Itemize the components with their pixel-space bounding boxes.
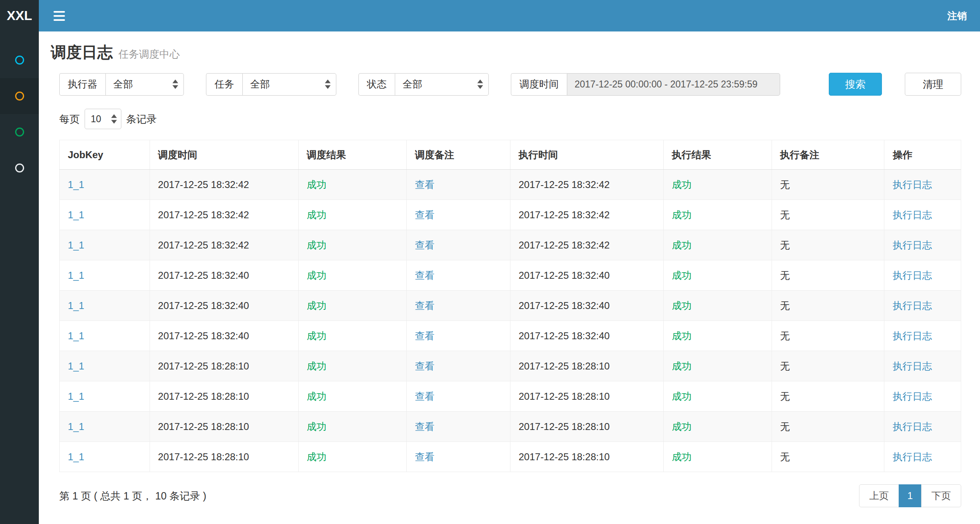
jobkey-link[interactable]: 1_1 — [68, 330, 84, 341]
clear-button[interactable]: 清理 — [905, 73, 961, 96]
trigger-msg-link[interactable]: 查看 — [415, 361, 434, 372]
page-size-value: 10 — [91, 114, 101, 125]
circle-icon — [15, 163, 24, 172]
page-size-prefix: 每页 — [59, 112, 80, 126]
trigger-result-cell: 成功 — [307, 361, 327, 372]
pagination-summary: 第 1 页 ( 总共 1 页， 10 条记录 ) — [59, 489, 206, 503]
app-logo[interactable]: XXL — [0, 0, 39, 31]
exec-log-link[interactable]: 执行日志 — [893, 451, 932, 462]
handle-time-cell: 2017-12-25 18:28:10 — [519, 451, 610, 462]
job-filter-select[interactable]: 全部 — [242, 73, 336, 96]
handle-time-cell: 2017-12-25 18:28:10 — [519, 421, 610, 432]
page-header: 调度日志任务调度中心 — [39, 31, 980, 73]
trigger-msg-link[interactable]: 查看 — [415, 179, 434, 190]
exec-log-link[interactable]: 执行日志 — [893, 330, 932, 341]
sidebar-item-3[interactable] — [0, 114, 39, 150]
column-header-4: 执行时间 — [510, 140, 663, 170]
table-footer: 第 1 页 ( 总共 1 页， 10 条记录 ) 上页 1 下页 — [59, 484, 961, 507]
search-button[interactable]: 搜索 — [829, 73, 882, 96]
exec-log-link[interactable]: 执行日志 — [893, 209, 932, 220]
handle-time-cell: 2017-12-25 18:32:42 — [519, 240, 610, 251]
status-filter: 状态 全部 — [358, 73, 489, 96]
trigger-msg-link[interactable]: 查看 — [415, 240, 434, 251]
jobkey-link[interactable]: 1_1 — [68, 240, 84, 251]
handle-result-cell: 成功 — [672, 179, 691, 190]
select-arrows-icon — [477, 80, 483, 89]
trigger-msg-link[interactable]: 查看 — [415, 330, 434, 341]
jobkey-link[interactable]: 1_1 — [68, 300, 84, 311]
navbar-content: 注销 — [39, 0, 980, 31]
handle-time-cell: 2017-12-25 18:32:42 — [519, 179, 610, 190]
exec-log-link[interactable]: 执行日志 — [893, 300, 932, 311]
page-subtitle: 任务调度中心 — [119, 48, 180, 60]
trigger-msg-link[interactable]: 查看 — [415, 421, 434, 432]
trigger-msg-link[interactable]: 查看 — [415, 391, 434, 402]
handle-msg-cell: 无 — [780, 330, 790, 341]
handle-time-cell: 2017-12-25 18:32:40 — [519, 270, 610, 281]
handle-result-cell: 成功 — [672, 361, 691, 372]
handle-result-cell: 成功 — [672, 240, 691, 251]
exec-log-link[interactable]: 执行日志 — [893, 179, 932, 190]
pagination-page-1-button[interactable]: 1 — [899, 484, 922, 507]
trigger-msg-link[interactable]: 查看 — [415, 451, 434, 462]
sidebar-toggle-icon[interactable] — [47, 0, 72, 31]
column-header-7: 操作 — [884, 140, 961, 170]
jobkey-link[interactable]: 1_1 — [68, 451, 84, 462]
trigger-time-cell: 2017-12-25 18:32:42 — [158, 179, 249, 190]
column-header-6: 执行备注 — [772, 140, 884, 170]
handle-time-cell: 2017-12-25 18:32:40 — [519, 330, 610, 341]
table-row: 1_1 2017-12-25 18:32:40 成功 查看 2017-12-25… — [60, 260, 961, 291]
trigger-result-cell: 成功 — [307, 270, 327, 281]
table-row: 1_1 2017-12-25 18:32:42 成功 查看 2017-12-25… — [60, 230, 961, 260]
sidebar-item-1[interactable] — [0, 42, 39, 78]
table-row: 1_1 2017-12-25 18:32:42 成功 查看 2017-12-25… — [60, 170, 961, 200]
trigger-time-cell: 2017-12-25 18:32:40 — [158, 300, 249, 311]
handle-result-cell: 成功 — [672, 421, 691, 432]
column-header-2: 调度结果 — [298, 140, 407, 170]
trigger-result-cell: 成功 — [307, 209, 327, 220]
logout-link[interactable]: 注销 — [947, 9, 967, 22]
jobkey-link[interactable]: 1_1 — [68, 391, 84, 402]
exec-log-link[interactable]: 执行日志 — [893, 361, 932, 372]
sidebar-item-4[interactable] — [0, 150, 39, 186]
exec-log-link[interactable]: 执行日志 — [893, 240, 932, 251]
trigger-time-filter: 调度时间 — [511, 73, 780, 96]
handle-result-cell: 成功 — [672, 270, 691, 281]
jobkey-link[interactable]: 1_1 — [68, 270, 84, 281]
table-header-row: JobKey调度时间调度结果调度备注执行时间执行结果执行备注操作 — [60, 140, 961, 170]
trigger-result-cell: 成功 — [307, 451, 327, 462]
table-row: 1_1 2017-12-25 18:28:10 成功 查看 2017-12-25… — [60, 351, 961, 381]
page-size-select[interactable]: 10 — [85, 109, 121, 129]
sidebar-item-2[interactable] — [0, 78, 39, 114]
trigger-time-range-input[interactable] — [567, 73, 780, 96]
pagination-prev-button[interactable]: 上页 — [859, 484, 899, 507]
column-header-0: JobKey — [60, 140, 150, 170]
jobkey-link[interactable]: 1_1 — [68, 361, 84, 372]
trigger-msg-link[interactable]: 查看 — [415, 270, 434, 281]
status-filter-value: 全部 — [403, 78, 422, 91]
exec-log-link[interactable]: 执行日志 — [893, 270, 932, 281]
exec-log-link[interactable]: 执行日志 — [893, 421, 932, 432]
handle-result-cell: 成功 — [672, 391, 691, 402]
handle-msg-cell: 无 — [780, 179, 790, 190]
content-area: 调度日志任务调度中心 执行器 全部 任务 全部 — [39, 31, 980, 524]
trigger-msg-link[interactable]: 查看 — [415, 300, 434, 311]
handle-msg-cell: 无 — [780, 451, 790, 462]
handle-msg-cell: 无 — [780, 270, 790, 281]
handle-result-cell: 成功 — [672, 451, 691, 462]
executor-filter-select[interactable]: 全部 — [105, 73, 184, 96]
trigger-result-cell: 成功 — [307, 421, 327, 432]
jobkey-link[interactable]: 1_1 — [68, 421, 84, 432]
exec-log-link[interactable]: 执行日志 — [893, 391, 932, 402]
trigger-msg-link[interactable]: 查看 — [415, 209, 434, 220]
pagination-next-button[interactable]: 下页 — [921, 484, 961, 507]
handle-msg-cell: 无 — [780, 300, 790, 311]
table-row: 1_1 2017-12-25 18:28:10 成功 查看 2017-12-25… — [60, 442, 961, 472]
jobkey-link[interactable]: 1_1 — [68, 179, 84, 190]
job-filter-label: 任务 — [206, 73, 242, 96]
status-filter-select[interactable]: 全部 — [395, 73, 489, 96]
executor-filter-value: 全部 — [113, 78, 133, 91]
jobkey-link[interactable]: 1_1 — [68, 209, 84, 220]
select-arrows-icon — [172, 80, 178, 89]
page-title: 调度日志 — [51, 44, 113, 61]
